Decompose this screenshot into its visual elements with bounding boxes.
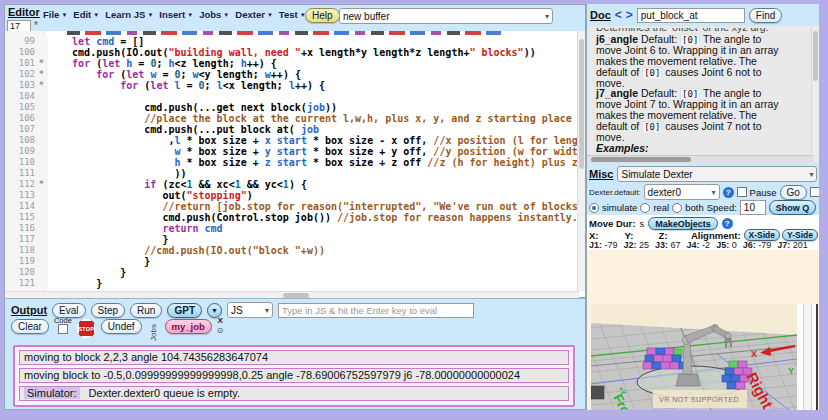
fold-marker[interactable] bbox=[39, 47, 48, 58]
fold-marker[interactable] bbox=[39, 212, 48, 223]
step-button[interactable]: Step bbox=[91, 303, 126, 318]
misc-mode-select[interactable]: Simulate Dexter ▾ bbox=[617, 166, 817, 182]
misc-title-link[interactable]: Misc bbox=[589, 168, 613, 180]
doc-search-input[interactable] bbox=[637, 8, 745, 23]
editor-title-link[interactable]: Editor bbox=[8, 6, 40, 18]
fold-marker[interactable]: * bbox=[39, 69, 48, 80]
go-button[interactable]: Go bbox=[780, 185, 807, 200]
fold-marker[interactable]: * bbox=[39, 179, 48, 190]
fold-marker[interactable] bbox=[39, 135, 48, 146]
doc-vertical-scrollbar[interactable] bbox=[811, 27, 819, 154]
speed-input[interactable] bbox=[740, 200, 766, 215]
code-line[interactable]: 117 } bbox=[5, 234, 579, 245]
code-line[interactable]: 109 w * box_size + y_start * box_size + … bbox=[5, 146, 579, 157]
menu-file[interactable]: File▼ bbox=[43, 9, 67, 20]
menu-test[interactable]: Test▼ bbox=[279, 9, 306, 20]
doc-line: move. bbox=[587, 78, 811, 89]
code-line[interactable]: 103* for (let l = 0; l<x_length; l++) { bbox=[5, 80, 579, 91]
show-q-button[interactable]: Show Q bbox=[769, 200, 817, 215]
menu-insert[interactable]: Insert▼ bbox=[159, 9, 193, 20]
clear-button[interactable]: Clear bbox=[11, 319, 49, 334]
menu-jobs[interactable]: Jobs▼ bbox=[199, 9, 229, 20]
code-line[interactable]: 100 cmd.push(IO.out("building wall, need… bbox=[5, 47, 579, 58]
doc-forward-icon[interactable]: > bbox=[626, 8, 633, 22]
fold-marker[interactable] bbox=[39, 245, 48, 256]
code-line[interactable]: 111 )) bbox=[5, 168, 579, 179]
code-line[interactable]: 121 } bbox=[5, 278, 579, 289]
fold-marker[interactable] bbox=[39, 190, 48, 201]
code-line[interactable]: 116 return cmd bbox=[5, 223, 579, 234]
run-button[interactable]: Run bbox=[130, 303, 162, 318]
fold-marker[interactable] bbox=[39, 256, 48, 267]
code-line[interactable]: 106 //place the block at the current l,w… bbox=[5, 113, 579, 124]
fold-marker[interactable] bbox=[39, 267, 48, 278]
buffer-select[interactable]: new buffer ▾ bbox=[339, 8, 553, 24]
code-line[interactable]: 101* for (let h = 0; h<z_length; h++) { bbox=[5, 58, 579, 69]
find-button[interactable]: Find bbox=[749, 8, 782, 23]
fold-marker[interactable] bbox=[39, 278, 48, 289]
code-line[interactable]: 114 //return [job.stop_for_reason("inter… bbox=[5, 201, 579, 212]
info-icon[interactable]: ? bbox=[723, 187, 734, 198]
code-line[interactable]: 119 } bbox=[5, 256, 579, 267]
simulate-radio[interactable] bbox=[589, 203, 599, 213]
simulator-canvas[interactable]: X Y Y +Y Front -X Right VR NOT SUPPORTED bbox=[591, 304, 797, 410]
code-line[interactable]: 115 cmd.push(Control.stop_job()) //job.s… bbox=[5, 212, 579, 223]
simulator-scrollbar[interactable] bbox=[803, 304, 812, 410]
doc-title-link[interactable]: Doc bbox=[590, 9, 611, 21]
code-line[interactable]: 110 h * box_size + z_start * box_size + … bbox=[5, 157, 579, 168]
menu-dexter[interactable]: Dexter▼ bbox=[235, 9, 273, 20]
job-close-icon[interactable]: X bbox=[217, 317, 222, 325]
code-line[interactable]: 102* for (let w = 0; w<y_length; w++) { bbox=[5, 69, 579, 80]
fold-marker[interactable] bbox=[39, 36, 48, 47]
job-status-icon[interactable]: ⊙ bbox=[217, 327, 224, 335]
fold-marker[interactable] bbox=[39, 91, 48, 102]
fold-marker[interactable] bbox=[39, 124, 48, 135]
fold-marker[interactable] bbox=[39, 168, 48, 179]
fold-marker[interactable] bbox=[39, 223, 48, 234]
stop-icon[interactable]: STOP bbox=[77, 319, 96, 338]
doc-back-icon[interactable]: < bbox=[615, 8, 622, 22]
expand-checkbox[interactable] bbox=[810, 187, 819, 197]
dexter-default-select[interactable]: dexter0 ▾ bbox=[644, 184, 720, 200]
code-checkbox[interactable] bbox=[58, 324, 68, 334]
code-line[interactable]: 112* if (zc<1 && xc<1 && yc<1) { bbox=[5, 179, 579, 190]
real-radio[interactable] bbox=[640, 203, 650, 213]
pause-checkbox[interactable] bbox=[737, 187, 747, 197]
code-line[interactable]: 107 cmd.push(...put_block_at( job bbox=[5, 124, 579, 135]
code-editor[interactable]: 99 let cmd = []100 cmd.push(IO.out("buil… bbox=[5, 31, 579, 291]
code-line[interactable]: 118 //cmd.push(IO.out("block "+w)) bbox=[5, 245, 579, 256]
language-select[interactable]: JS ▾ bbox=[227, 302, 273, 318]
eval-input[interactable] bbox=[278, 303, 474, 318]
job-button-my-job[interactable]: my_job bbox=[165, 319, 212, 334]
code-line[interactable]: 99 let cmd = [] bbox=[5, 36, 579, 47]
fold-marker[interactable] bbox=[39, 102, 48, 113]
scrollbar-thumb[interactable] bbox=[813, 31, 818, 81]
code-line[interactable]: 105 cmd.push(...get_next_block(job)) bbox=[5, 102, 579, 113]
help-button[interactable]: Help bbox=[305, 8, 340, 23]
menu-learn-js[interactable]: Learn JS▼ bbox=[105, 9, 153, 20]
gpt-button[interactable]: GPT bbox=[167, 303, 202, 318]
scrollbar-thumb[interactable] bbox=[579, 39, 584, 169]
code-line[interactable]: 108 ,l * box_size + x_start * box_size -… bbox=[5, 135, 579, 146]
fold-marker[interactable]: * bbox=[39, 58, 48, 69]
doc-header: Doc < > Find bbox=[587, 4, 819, 26]
output-title-link[interactable]: Output bbox=[11, 304, 47, 316]
scrollbar-thumb[interactable] bbox=[591, 157, 691, 162]
undef-button[interactable]: Undef bbox=[101, 319, 142, 334]
info-icon[interactable]: ? bbox=[722, 218, 733, 229]
doc-line: Examples: bbox=[587, 143, 811, 154]
fold-marker[interactable] bbox=[39, 201, 48, 212]
code-line[interactable]: 120 } bbox=[5, 267, 579, 278]
fold-marker[interactable] bbox=[39, 146, 48, 157]
code-line[interactable]: 113 out("stopping") bbox=[5, 190, 579, 201]
fold-marker[interactable]: * bbox=[39, 80, 48, 91]
fold-marker[interactable] bbox=[39, 234, 48, 245]
code-lines[interactable]: 99 let cmd = []100 cmd.push(IO.out("buil… bbox=[5, 36, 579, 289]
menu-edit[interactable]: Edit▼ bbox=[73, 9, 99, 20]
code-line[interactable]: 104 bbox=[5, 91, 579, 102]
both-radio[interactable] bbox=[672, 203, 682, 213]
editor-vertical-scrollbar[interactable] bbox=[577, 31, 585, 291]
fold-marker[interactable] bbox=[39, 157, 48, 168]
misc-pane: Misc Simulate Dexter ▾ Dexter.default: d… bbox=[587, 163, 819, 250]
fold-marker[interactable] bbox=[39, 113, 48, 124]
